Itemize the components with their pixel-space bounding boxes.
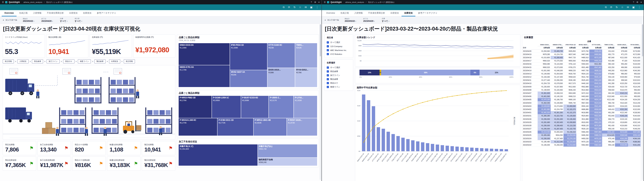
column-header-MV62-S837...[interactable]: MV62-S837... — [576, 43, 589, 46]
filter-option-製品倉庫[interactable]: ✓製品倉庫 — [327, 77, 351, 81]
treemap-cell-P-WGS4-L340-0C[interactable]: P-WGS4-L340-0C¥5,274K — [178, 118, 217, 136]
control-開始日[interactable]: 開始日2023/03/22 ▾ — [345, 17, 356, 23]
filter-option-部品ロケ[interactable]: ✓部品ロケ — [327, 81, 351, 85]
stacked-segment-1%[interactable]: 1% — [380, 70, 381, 75]
column-header-IF60-P034-1D[interactable]: IF60-P034-1D — [564, 43, 576, 46]
tab-不良発生要因分析[interactable]: 不良発生要因分析 — [366, 10, 388, 16]
treemap-cell-P-WR12-J841-4B[interactable]: P-WR12-J841-4B¥2,654K — [254, 118, 287, 136]
checkbox-checked-icon[interactable]: ✓ — [327, 86, 329, 88]
filter-option-ABC Machines Inc.[interactable]: ✓ABC Machines Inc. — [327, 48, 351, 52]
scrollbar-thumb[interactable] — [642, 24, 643, 56]
control-品番[interactable]: 品番すべて ▾ — [382, 17, 389, 23]
tab-Overview[interactable]: Overview — [324, 10, 338, 16]
quicksight-logo[interactable]: QuickSight — [330, 1, 342, 3]
user-menu-icon[interactable]: ▾ — [640, 1, 642, 3]
treemap-cell-NM35-K791-0A[interactable]: NM35-K791-0A¥1,179K — [178, 65, 230, 87]
checkbox-checked-icon[interactable]: ✓ — [327, 53, 329, 55]
tab-入荷情報[interactable]: 入荷情報 — [352, 10, 366, 16]
email-report-icon[interactable]: ✉ — [627, 6, 629, 9]
stacked-segment-58%[interactable]: 58% — [381, 70, 470, 75]
treemap-cell-MV62-S837-3A[interactable]: MV62-S837-3A¥526K — [230, 70, 267, 87]
column-header-NM35-K791...[interactable]: NM35-K791... — [551, 43, 564, 46]
checkbox-checked-icon[interactable]: ✓ — [327, 74, 329, 76]
filter-option-検査ライン[interactable]: ✓検査ライン — [327, 85, 351, 89]
tab-Overview[interactable]: Overview — [2, 10, 16, 16]
treemap-cell-P-NR53-P882-1B[interactable]: P-NR53-P882-1B¥5,276K — [178, 96, 212, 118]
redo-icon[interactable]: ⟳ — [288, 6, 290, 9]
treemap-cell-P-RH57-S026...[interactable]: P-RH57-S026...¥1,872K — [287, 118, 317, 136]
breadcrumb-project[interactable]: athena_stock_analysis — [345, 1, 364, 3]
treemap-cell-P-IC98-G511-1D[interactable]: P-IC98-G511-1D¥3,772K — [217, 118, 254, 136]
column-header-RY44-E652...[interactable]: RY44-E652... — [628, 43, 641, 46]
filter-option-123 Company[interactable]: ✓123 Company — [327, 44, 351, 48]
control-品番[interactable]: 品番すべて ▾ — [60, 17, 68, 23]
stacked-segment-22%[interactable]: 22% — [480, 70, 514, 75]
settings-icon[interactable]: ⚙ — [636, 1, 638, 3]
tab-在庫状況[interactable]: 在庫状況 — [402, 10, 415, 16]
filter-option-XYZ Robotics[interactable]: ✓XYZ Robotics — [327, 52, 351, 56]
stacked-segment-6%[interactable]: 6% — [470, 70, 480, 75]
tab-出荷状況[interactable]: 出荷状況 — [66, 10, 80, 16]
column-header-TM0S-G792...[interactable]: TM0S-G792... — [602, 43, 615, 46]
checkbox-checked-icon[interactable]: ✓ — [327, 49, 329, 51]
fullscreen-icon[interactable]: ▣ — [310, 6, 312, 9]
treemap-cell-RY44-E652...[interactable]: RY44-E652...¥176K — [295, 68, 317, 87]
menu-icon[interactable]: ☰ — [324, 1, 326, 3]
bookmark-icon[interactable]: ☆ — [299, 6, 301, 9]
vertical-scrollbar[interactable] — [320, 24, 321, 180]
refresh-icon[interactable]: ↻ — [294, 6, 296, 9]
filter-option-加工ライン[interactable]: ✓加工ライン — [327, 73, 351, 77]
column-header-SN64-O315...[interactable]: SN64-O315... — [538, 43, 550, 46]
filter-option-すべて選択[interactable]: ✓すべて選択 — [327, 66, 351, 69]
tab-不良発生要因分析[interactable]: 不良発生要因分析 — [44, 10, 66, 16]
treemap-cell-P-UB05-Z...[interactable]: P-UB05-Z...¥2,517K — [269, 96, 294, 118]
undo-icon[interactable]: ⟲ — [282, 6, 285, 9]
treemap-cell-物性検査不合格[interactable]: 物性検査不合格¥268,240 — [258, 158, 317, 166]
more-menu-icon[interactable]: ⋮ — [638, 6, 640, 9]
help-icon[interactable]: ? — [311, 1, 312, 3]
vertical-scrollbar[interactable] — [642, 24, 643, 180]
filter-option-すべて選択[interactable]: ✓すべて選択 — [327, 40, 351, 44]
redo-icon[interactable]: ⟳ — [610, 6, 612, 9]
tab-参考アーキテクチャ[interactable]: 参考アーキテクチャ — [415, 10, 440, 16]
scrollbar-thumb[interactable] — [320, 24, 321, 56]
control-終了日[interactable]: 終了日2023/04/20 ▾ — [41, 17, 53, 23]
undo-icon[interactable]: ⟲ — [605, 6, 607, 9]
settings-icon[interactable]: ⚙ — [314, 1, 316, 3]
treemap-cell-外観不良(キズ)[interactable]: 外観不良(キズ)¥1,054,800 — [178, 144, 258, 166]
checkbox-checked-icon[interactable]: ✓ — [327, 78, 329, 80]
bookmark-icon[interactable]: ☆ — [621, 6, 624, 9]
treemap-cell-SN64-O315-3A[interactable]: SN64-O315-3A¥1,235K — [178, 43, 230, 65]
controls-section-label[interactable]: ∧コントロール — [3, 19, 17, 21]
tab-生産計画[interactable]: 生産計画 — [338, 10, 352, 16]
control-発注者[interactable]: 発注者すべて ▾ — [75, 17, 82, 23]
email-report-icon[interactable]: ✉ — [304, 6, 307, 9]
treemap-cell-P-BU07-E333-0D[interactable]: P-BU07-E333-0D¥3,599K — [241, 96, 269, 118]
treemap-cell-P-GG80-L059-1C[interactable]: P-GG80-L059-1C¥3,995K — [212, 96, 241, 118]
tab-出荷状況[interactable]: 出荷状況 — [388, 10, 402, 16]
help-icon[interactable]: ? — [633, 1, 634, 3]
treemap-cell-KT70-S340-0C[interactable]: KT70-S340-0C¥523K — [267, 43, 295, 68]
checkbox-checked-icon[interactable]: ✓ — [327, 82, 329, 84]
tab-入荷情報[interactable]: 入荷情報 — [30, 10, 44, 16]
refresh-icon[interactable]: ↻ — [616, 6, 618, 9]
treemap-cell-外観不良(汚れ)[interactable]: 外観不良(汚れ)¥456,740 — [258, 144, 317, 158]
treemap-cell-TM0S...[interactable]: TM0S...¥263K — [295, 43, 317, 68]
breadcrumb-project[interactable]: athena_stock_analysis — [24, 1, 42, 3]
menu-icon[interactable]: ☰ — [2, 1, 4, 3]
quicksight-logo[interactable]: QuickSight — [9, 1, 20, 3]
treemap-cell-IF60-P034-1D[interactable]: IF60-P034-1D¥1,039K — [230, 43, 267, 70]
tab-参考アーキテクチャ[interactable]: 参考アーキテクチャ — [94, 10, 119, 16]
treemap-cell-P-LF54...[interactable]: P-LF54...¥1,933K — [294, 96, 317, 118]
more-menu-icon[interactable]: ⋮ — [316, 6, 318, 9]
tab-生産計画[interactable]: 生産計画 — [16, 10, 30, 16]
tab-在庫状況[interactable]: 在庫状況 — [80, 10, 94, 16]
fullscreen-icon[interactable]: ▣ — [632, 6, 635, 9]
controls-section-label[interactable]: ∧コントロール — [324, 19, 339, 21]
filter-option-部品倉庫[interactable]: ✓部品倉庫 — [327, 69, 351, 73]
user-menu-icon[interactable]: ▾ — [318, 1, 320, 3]
checkbox-checked-icon[interactable]: ✓ — [327, 66, 329, 69]
stacked-segment-13%[interactable]: 13% — [360, 70, 380, 75]
control-終了日[interactable]: 終了日2023/04/20 ▾ — [363, 17, 375, 23]
checkbox-checked-icon[interactable]: ✓ — [327, 70, 329, 73]
